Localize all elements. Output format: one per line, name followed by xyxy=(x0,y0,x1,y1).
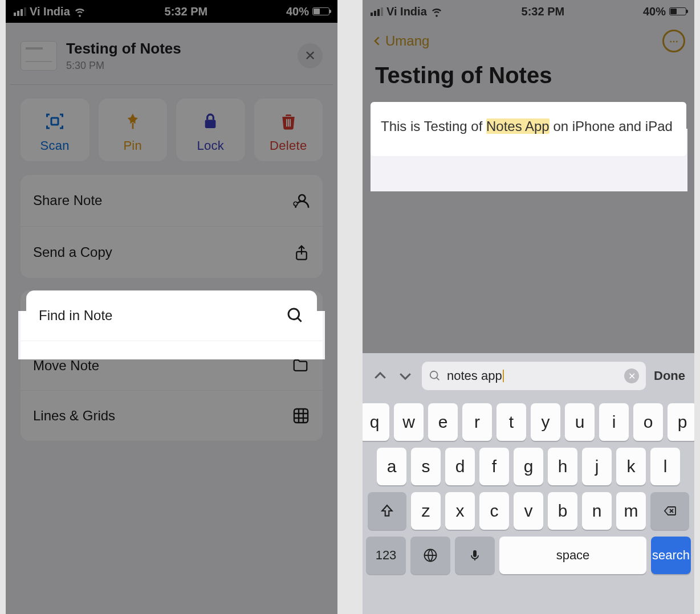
wifi-icon xyxy=(74,5,86,18)
numeric-key[interactable]: 123 xyxy=(366,537,406,574)
lines-grids-label: Lines & Grids xyxy=(33,408,115,424)
key-x[interactable]: x xyxy=(445,492,475,530)
lock-icon xyxy=(180,110,242,133)
svg-rect-3 xyxy=(286,119,287,126)
globe-key[interactable] xyxy=(410,537,450,574)
svg-rect-1 xyxy=(132,123,133,129)
move-note-label: Move Note xyxy=(33,358,99,374)
key-u[interactable]: u xyxy=(565,403,595,441)
keyboard: qwertyuiop asdfghjkl zxcvbnm 123 space s… xyxy=(363,399,694,614)
scan-button[interactable]: Scan xyxy=(21,99,89,161)
x-icon: ✕ xyxy=(628,371,636,382)
chevron-down-icon xyxy=(397,367,414,384)
key-c[interactable]: c xyxy=(479,492,509,530)
svg-point-6 xyxy=(299,195,305,201)
svg-rect-2 xyxy=(205,120,216,128)
svg-rect-0 xyxy=(51,118,58,125)
back-button[interactable]: Umang xyxy=(372,33,429,49)
key-a[interactable]: a xyxy=(377,448,406,485)
key-g[interactable]: g xyxy=(514,448,543,485)
note-text-pre: This is Testing of xyxy=(381,118,486,134)
scan-icon xyxy=(24,110,86,133)
search-icon xyxy=(286,306,304,325)
mic-icon xyxy=(468,547,482,563)
key-s[interactable]: s xyxy=(411,448,441,485)
chevron-up-icon xyxy=(372,367,389,384)
send-copy-row[interactable]: Send a Copy xyxy=(21,226,323,278)
find-in-note-row[interactable]: Find in Note xyxy=(26,290,317,341)
key-v[interactable]: v xyxy=(514,492,543,530)
pin-button[interactable]: Pin xyxy=(99,99,168,161)
backspace-icon xyxy=(661,504,678,518)
search-field[interactable]: notes app ✕ xyxy=(422,362,646,390)
svg-rect-13 xyxy=(473,550,477,557)
clear-button[interactable]: ✕ xyxy=(624,369,639,383)
lock-label: Lock xyxy=(180,138,242,153)
sheet-title: Testing of Notes xyxy=(66,40,181,58)
battery-pct: 40% xyxy=(286,5,309,18)
more-button[interactable]: ⋯ xyxy=(662,30,685,52)
svg-rect-5 xyxy=(290,119,291,126)
carrier-label: Vi India xyxy=(386,5,427,18)
status-time: 5:32 PM xyxy=(165,5,208,18)
battery-icon xyxy=(312,7,329,15)
key-f[interactable]: f xyxy=(479,448,509,485)
key-p[interactable]: p xyxy=(668,403,694,441)
pin-icon xyxy=(102,110,164,133)
note-thumbnail xyxy=(21,41,57,71)
delete-button[interactable]: Delete xyxy=(254,99,323,161)
svg-rect-4 xyxy=(288,119,289,126)
chevron-left-icon xyxy=(372,33,383,49)
keyboard-row-1: qwertyuiop xyxy=(366,403,691,441)
close-button[interactable]: ✕ xyxy=(298,43,323,68)
key-e[interactable]: e xyxy=(428,403,458,441)
key-t[interactable]: t xyxy=(496,403,526,441)
keyboard-row-3: zxcvbnm xyxy=(366,492,691,530)
status-bar: Vi India 5:32 PM 40% xyxy=(363,0,694,23)
delete-label: Delete xyxy=(258,138,320,153)
key-m[interactable]: m xyxy=(616,492,646,530)
ellipsis-icon: ⋯ xyxy=(669,36,678,47)
backspace-key[interactable] xyxy=(650,492,689,530)
note-body[interactable]: This is Testing of Notes App on iPhone a… xyxy=(371,102,686,156)
scan-label: Scan xyxy=(24,138,86,153)
key-k[interactable]: k xyxy=(616,448,646,485)
key-n[interactable]: n xyxy=(582,492,612,530)
find-in-note-label: Find in Note xyxy=(39,308,112,324)
key-q[interactable]: q xyxy=(363,403,389,441)
next-match-button[interactable] xyxy=(397,367,414,384)
done-button[interactable]: Done xyxy=(654,369,685,383)
battery-pct: 40% xyxy=(643,5,666,18)
svg-point-9 xyxy=(288,309,299,320)
key-o[interactable]: o xyxy=(633,403,663,441)
key-b[interactable]: b xyxy=(548,492,577,530)
key-h[interactable]: h xyxy=(548,448,577,485)
key-l[interactable]: l xyxy=(650,448,680,485)
lock-button[interactable]: Lock xyxy=(176,99,245,161)
space-key[interactable]: space xyxy=(499,537,646,574)
move-note-row[interactable]: Move Note xyxy=(21,341,323,390)
globe-icon xyxy=(422,547,438,563)
status-time: 5:32 PM xyxy=(522,5,565,18)
key-i[interactable]: i xyxy=(599,403,629,441)
key-y[interactable]: y xyxy=(531,403,560,441)
find-bar: notes app ✕ Done xyxy=(363,353,694,399)
left-screenshot: Vi India 5:32 PM 40% Testing of Notes 5:… xyxy=(6,0,337,614)
actions-list-1: Share Note Send a Copy xyxy=(21,175,323,278)
key-w[interactable]: w xyxy=(394,403,424,441)
pin-label: Pin xyxy=(102,138,164,153)
prev-match-button[interactable] xyxy=(372,367,389,384)
key-d[interactable]: d xyxy=(445,448,475,485)
key-z[interactable]: z xyxy=(411,492,441,530)
lines-grids-row[interactable]: Lines & Grids xyxy=(21,390,323,441)
key-r[interactable]: r xyxy=(462,403,492,441)
key-j[interactable]: j xyxy=(582,448,612,485)
nav-bar: Umang ⋯ xyxy=(363,23,694,59)
shift-key[interactable] xyxy=(368,492,406,530)
search-key[interactable]: search xyxy=(651,537,691,574)
share-note-row[interactable]: Share Note xyxy=(21,175,323,226)
folder-icon xyxy=(291,357,310,374)
share-icon xyxy=(293,243,310,262)
mic-key[interactable] xyxy=(455,537,495,574)
search-icon xyxy=(429,370,441,382)
